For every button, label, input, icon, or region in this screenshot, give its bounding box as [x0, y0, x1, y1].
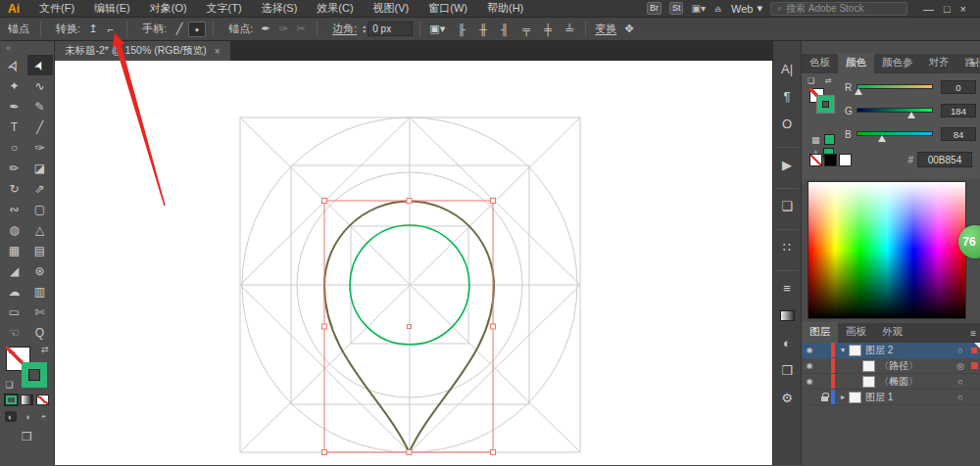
- menu-选择(S)[interactable]: 选择(S): [252, 1, 308, 16]
- drawing-mode-2[interactable]: ◓: [38, 411, 50, 422]
- delete-anchor-icon[interactable]: ✒: [257, 22, 274, 36]
- align-v-center-icon[interactable]: ╪: [539, 23, 557, 36]
- menu-编辑(E)[interactable]: 编辑(E): [84, 1, 140, 16]
- hide-handles-icon[interactable]: ▪: [188, 22, 206, 37]
- selection-tool[interactable]: ➤: [2, 55, 27, 75]
- layer-name[interactable]: 〈路径〉: [879, 359, 953, 373]
- magic-wand-tool[interactable]: ✦: [2, 75, 27, 96]
- tab-swatches[interactable]: 色板: [802, 53, 838, 73]
- minimize-button[interactable]: —: [923, 3, 934, 15]
- tab-artboards[interactable]: 画板: [838, 322, 874, 343]
- gradient-tool[interactable]: ▤: [27, 240, 53, 260]
- tab-close-icon[interactable]: ×: [215, 46, 220, 57]
- color-button[interactable]: [5, 395, 18, 405]
- drawing-mode-0[interactable]: ◐: [5, 411, 17, 422]
- channel-value-G[interactable]: 184: [941, 104, 976, 117]
- gradient-button[interactable]: [21, 395, 33, 405]
- search-input[interactable]: ⌕ 搜索 Adobe Stock: [770, 2, 907, 16]
- blend-tool[interactable]: ⊛: [27, 260, 53, 281]
- lock-icon[interactable]: [817, 394, 831, 401]
- slider-handle-R[interactable]: [855, 88, 862, 95]
- default-fill-stroke-icon[interactable]: ❏: [6, 380, 14, 390]
- tab-layers[interactable]: 图层: [802, 322, 838, 343]
- fill-stroke-widget[interactable]: ❏ ⇄: [6, 347, 49, 390]
- layer-row-ellipse[interactable]: ◉ 〈椭圆〉 ○: [802, 374, 980, 390]
- swap-fill-stroke-icon[interactable]: ⇄: [825, 76, 832, 85]
- corner-stepper[interactable]: ▴▾ 0 px: [363, 22, 413, 36]
- restore-button[interactable]: □: [944, 3, 951, 15]
- curvature-tool[interactable]: ✎: [27, 96, 53, 116]
- pencil-tool[interactable]: ✏: [2, 158, 27, 178]
- free-distort-icon[interactable]: ✥: [620, 22, 638, 36]
- visibility-eye-icon[interactable]: ◉: [802, 377, 817, 386]
- convert-to-corner-icon[interactable]: ↥: [84, 22, 102, 36]
- lasso-tool[interactable]: ∿: [27, 75, 53, 96]
- swap-fill-stroke-icon[interactable]: ⇄: [41, 345, 49, 354]
- mesh-tool[interactable]: ▦: [2, 240, 27, 260]
- target-circle-icon[interactable]: ○: [953, 393, 968, 402]
- menu-帮助(H)[interactable]: 帮助(H): [477, 1, 533, 16]
- panel-fill-stroke-widget[interactable]: ❏ ⇄: [809, 85, 839, 115]
- align-bottom-icon[interactable]: ╧: [561, 23, 578, 36]
- layer-thumbnail[interactable]: [849, 392, 861, 403]
- hex-value-field[interactable]: 00B854: [917, 152, 972, 167]
- hand-tool[interactable]: ☜: [2, 322, 27, 343]
- gradient-panel-icon[interactable]: [775, 303, 799, 327]
- none-button[interactable]: [36, 395, 49, 405]
- free-transform-tool[interactable]: ▢: [27, 199, 53, 219]
- workspace-select[interactable]: Web ▾: [731, 2, 762, 15]
- tab-color-guide[interactable]: 颜色参: [874, 53, 921, 73]
- menu-视图(V)[interactable]: 视图(V): [364, 1, 419, 16]
- corner-label[interactable]: 边角:: [332, 22, 357, 36]
- paintbrush-tool[interactable]: ✑: [27, 137, 53, 158]
- stroke-swatch-green[interactable]: [22, 362, 47, 388]
- slider-handle-B[interactable]: [878, 135, 886, 142]
- gpu-performance-icon[interactable]: 🜁: [713, 3, 723, 14]
- bridge-icon[interactable]: Br: [647, 2, 662, 15]
- line-segment-tool[interactable]: ╱: [27, 116, 53, 137]
- default-fill-stroke-icon[interactable]: ❏: [808, 76, 814, 85]
- screen-mode-button[interactable]: ❒: [0, 430, 54, 443]
- transform-link[interactable]: 变换: [595, 22, 616, 36]
- menu-文字(T)[interactable]: 文字(T): [197, 1, 252, 16]
- stroke-swatch-green[interactable]: [817, 96, 834, 113]
- column-graph-tool[interactable]: ▥: [27, 281, 53, 302]
- align-left-icon[interactable]: ╟: [453, 23, 470, 36]
- close-button[interactable]: ×: [960, 3, 966, 15]
- menu-效果(C)[interactable]: 效果(C): [307, 1, 363, 16]
- zoom-tool[interactable]: Q: [27, 322, 53, 343]
- layer-thumbnail[interactable]: [849, 345, 861, 356]
- expand-chevron-icon[interactable]: ▸: [837, 393, 849, 401]
- panel-menu-icon[interactable]: ≡: [970, 59, 976, 70]
- align-right-icon[interactable]: ╢: [496, 23, 514, 36]
- layer-row-2[interactable]: ◉ ▾ 图层 2 ○: [802, 343, 980, 358]
- layer-row-path[interactable]: ◉ 〈路径〉 ◎: [802, 358, 980, 374]
- align-h-center-icon[interactable]: ╫: [474, 23, 492, 36]
- ellipse-tool[interactable]: ○: [2, 137, 27, 158]
- workspace-switcher-icon[interactable]: ▣▾: [691, 3, 705, 14]
- transparency-panel-icon[interactable]: ◐: [775, 331, 799, 354]
- color-spectrum[interactable]: [808, 181, 966, 319]
- tab-pathfinder[interactable]: 路径查: [957, 53, 980, 73]
- transform-panel-icon[interactable]: ∷: [775, 229, 799, 258]
- tab-appearance[interactable]: 外观: [874, 322, 910, 343]
- black-swatch[interactable]: [824, 154, 837, 166]
- character-panel-icon[interactable]: A|: [775, 57, 799, 80]
- layer-row-1[interactable]: ▸ 图层 1 ○: [802, 390, 980, 405]
- selection-indicator[interactable]: [971, 362, 978, 369]
- stroke-panel-icon[interactable]: ≡: [775, 270, 799, 300]
- web-safe-swatch[interactable]: [824, 134, 835, 145]
- corner-value-field[interactable]: 0 px: [368, 22, 413, 36]
- visibility-eye-icon[interactable]: ◉: [802, 346, 817, 354]
- cut-path-icon[interactable]: ✂: [292, 22, 310, 36]
- scale-tool[interactable]: ⇗: [27, 178, 53, 199]
- menu-文件(F)[interactable]: 文件(F): [29, 1, 84, 16]
- document-tab[interactable]: 未标题-2* @ 150% (RGB/预览) ×: [55, 41, 230, 61]
- menu-窗口(W)[interactable]: 窗口(W): [418, 1, 477, 16]
- web-safe-icon[interactable]: ▦: [811, 135, 820, 145]
- align-to-artboard-dropdown[interactable]: ▣▾: [427, 22, 447, 36]
- layer-name[interactable]: 图层 2: [865, 344, 953, 357]
- none-swatch[interactable]: [809, 154, 822, 166]
- add-anchor-icon[interactable]: ✑: [274, 22, 292, 36]
- type-tool[interactable]: T: [2, 116, 27, 137]
